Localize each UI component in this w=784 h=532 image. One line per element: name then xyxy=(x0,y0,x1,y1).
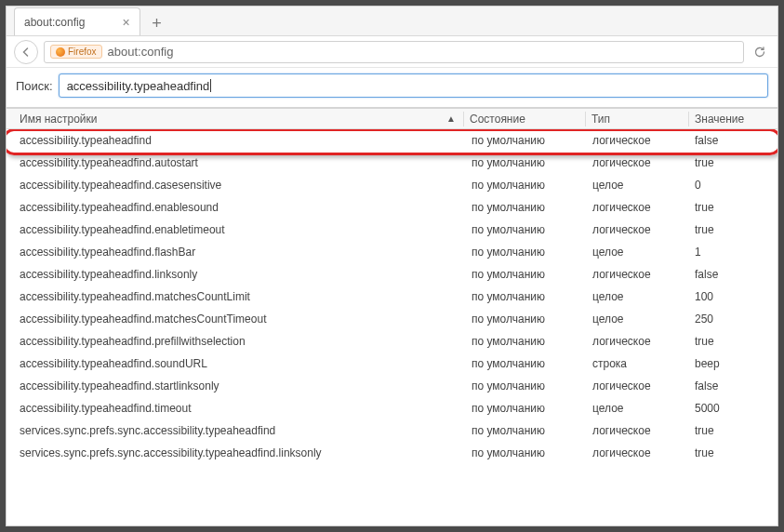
pref-name: accessibility.typeaheadfind xyxy=(7,134,466,147)
sort-asc-icon: ▲ xyxy=(446,113,456,124)
pref-status: по умолчанию xyxy=(466,335,587,348)
pref-name: accessibility.typeaheadfind.soundURL xyxy=(7,357,466,370)
pref-status: по умолчанию xyxy=(466,134,587,147)
pref-name: accessibility.typeaheadfind.enablesound xyxy=(7,201,466,214)
pref-status: по умолчанию xyxy=(466,223,587,236)
pref-value: true xyxy=(689,201,777,214)
pref-row[interactable]: accessibility.typeaheadfind.matchesCount… xyxy=(7,286,777,308)
column-header-value-label: Значение xyxy=(695,113,744,126)
url-text: about:config xyxy=(108,45,174,59)
pref-name: services.sync.prefs.sync.accessibility.t… xyxy=(7,446,466,459)
pref-row[interactable]: services.sync.prefs.sync.accessibility.t… xyxy=(7,419,777,442)
pref-status: по умолчанию xyxy=(466,290,587,303)
pref-row[interactable]: accessibility.typeaheadfind.timeoutпо ум… xyxy=(7,397,777,419)
pref-status: по умолчанию xyxy=(466,402,587,415)
back-button[interactable] xyxy=(14,40,38,64)
search-input[interactable]: accessibility.typeaheadfind xyxy=(59,73,768,98)
search-input-value: accessibility.typeaheadfind xyxy=(67,79,210,93)
pref-type: строка xyxy=(587,357,689,370)
pref-status: по умолчанию xyxy=(466,446,587,459)
pref-status: по умолчанию xyxy=(466,424,587,437)
close-icon[interactable]: × xyxy=(122,15,129,30)
pref-value: true xyxy=(689,446,777,459)
pref-type: логическое xyxy=(587,446,689,459)
pref-type: логическое xyxy=(587,201,689,214)
preferences-table-body: accessibility.typeaheadfindпо умолчаниюл… xyxy=(7,129,777,525)
table-header: Имя настройки ▲ Состояние Тип Значение xyxy=(7,109,777,129)
pref-name: services.sync.prefs.sync.accessibility.t… xyxy=(7,424,466,437)
column-header-name-label: Имя настройки xyxy=(20,113,98,126)
pref-type: целое xyxy=(587,313,689,326)
identity-label: Firefox xyxy=(68,47,97,57)
url-bar[interactable]: Firefox about:config xyxy=(44,41,744,63)
pref-value: 250 xyxy=(689,313,777,326)
firefox-icon xyxy=(56,47,65,57)
pref-status: по умолчанию xyxy=(466,156,587,169)
pref-name: accessibility.typeaheadfind.matchesCount… xyxy=(7,313,466,326)
pref-status: по умолчанию xyxy=(466,357,587,370)
pref-row[interactable]: accessibility.typeaheadfind.startlinkson… xyxy=(7,375,777,397)
pref-name: accessibility.typeaheadfind.matchesCount… xyxy=(7,290,466,303)
pref-type: целое xyxy=(587,179,689,192)
highlighted-row-wrap: accessibility.typeaheadfindпо умолчаниюл… xyxy=(7,129,777,152)
pref-type: логическое xyxy=(587,424,689,437)
pref-type: целое xyxy=(587,246,689,259)
column-header-value[interactable]: Значение xyxy=(689,113,777,126)
nav-toolbar: Firefox about:config xyxy=(7,36,777,68)
search-label: Поиск: xyxy=(16,79,53,93)
pref-status: по умолчанию xyxy=(466,313,587,326)
column-header-name[interactable]: Имя настройки ▲ xyxy=(7,113,463,126)
pref-name: accessibility.typeaheadfind.flashBar xyxy=(7,246,466,259)
pref-type: логическое xyxy=(587,268,689,281)
tab-title: about:config xyxy=(24,16,85,29)
pref-name: accessibility.typeaheadfind.timeout xyxy=(7,402,466,415)
pref-status: по умолчанию xyxy=(466,201,587,214)
pref-value: true xyxy=(689,424,777,437)
tab-about-config[interactable]: about:config × xyxy=(14,7,140,35)
pref-name: accessibility.typeaheadfind.prefillwiths… xyxy=(7,335,466,348)
pref-value: 100 xyxy=(689,290,777,303)
new-tab-button[interactable]: + xyxy=(144,11,170,35)
pref-name: accessibility.typeaheadfind.casesensitiv… xyxy=(7,179,466,192)
pref-row[interactable]: accessibility.typeaheadfind.matchesCount… xyxy=(7,308,777,330)
pref-value: false xyxy=(689,268,777,281)
pref-name: accessibility.typeaheadfind.startlinkson… xyxy=(7,379,466,392)
pref-row[interactable]: services.sync.prefs.sync.accessibility.t… xyxy=(7,442,777,464)
pref-type: логическое xyxy=(587,223,689,236)
reload-icon xyxy=(753,46,766,59)
pref-value: 0 xyxy=(689,179,777,192)
pref-row[interactable]: accessibility.typeaheadfind.enablesoundп… xyxy=(7,196,777,219)
pref-value: false xyxy=(689,379,777,392)
pref-value: false xyxy=(689,134,777,147)
pref-value: true xyxy=(689,223,777,236)
pref-type: целое xyxy=(587,402,689,415)
pref-name: accessibility.typeaheadfind.enabletimeou… xyxy=(7,223,466,236)
tabstrip: about:config × + xyxy=(7,7,777,36)
arrow-left-icon xyxy=(20,47,32,58)
pref-type: логическое xyxy=(587,134,689,147)
pref-row[interactable]: accessibility.typeaheadfind.prefillwiths… xyxy=(7,330,777,352)
pref-row[interactable]: accessibility.typeaheadfind.enabletimeou… xyxy=(7,219,777,241)
reload-button[interactable] xyxy=(750,42,770,62)
pref-row[interactable]: accessibility.typeaheadfind.flashBarпо у… xyxy=(7,241,777,263)
column-header-type[interactable]: Тип xyxy=(586,113,688,126)
pref-status: по умолчанию xyxy=(466,268,587,281)
column-header-status[interactable]: Состояние xyxy=(464,113,585,126)
search-row: Поиск: accessibility.typeaheadfind xyxy=(7,68,777,109)
pref-value: 5000 xyxy=(689,402,777,415)
pref-row[interactable]: accessibility.typeaheadfind.soundURLпо у… xyxy=(7,352,777,375)
pref-value: 1 xyxy=(689,246,777,259)
pref-value: beep xyxy=(689,357,777,370)
pref-status: по умолчанию xyxy=(466,246,587,259)
pref-row[interactable]: accessibility.typeaheadfind.autostartпо … xyxy=(7,152,777,174)
column-header-status-label: Состояние xyxy=(470,113,525,126)
identity-badge[interactable]: Firefox xyxy=(50,45,102,59)
browser-window: about:config × + Firefox about:config По… xyxy=(6,6,778,526)
pref-value: true xyxy=(689,335,777,348)
column-header-type-label: Тип xyxy=(591,113,610,126)
pref-row[interactable]: accessibility.typeaheadfind.linksonlyпо … xyxy=(7,263,777,286)
pref-type: логическое xyxy=(587,156,689,169)
pref-row[interactable]: accessibility.typeaheadfind.casesensitiv… xyxy=(7,174,777,196)
pref-row[interactable]: accessibility.typeaheadfindпо умолчаниюл… xyxy=(7,129,777,152)
pref-type: логическое xyxy=(587,335,689,348)
